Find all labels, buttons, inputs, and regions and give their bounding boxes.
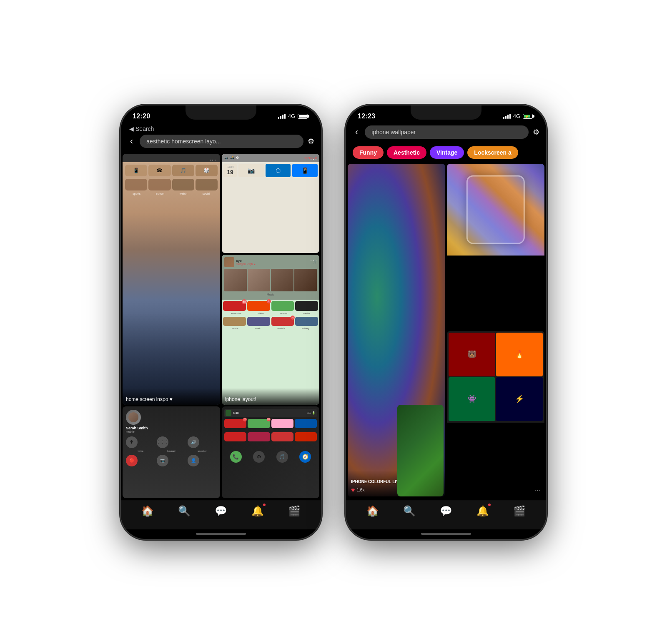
sticker-more-dots[interactable]: ··· [534,486,541,494]
nav-chat-2[interactable]: 💬 [440,505,452,517]
battery-bolt: ⚡ [525,115,529,118]
music-bg: ayo morgan leigh ● 🎵 [222,255,319,405]
nav-home-1[interactable]: 🏠 [141,505,154,517]
call-type: mobile [126,430,217,433]
tag-vintage[interactable]: Vintage [430,146,464,159]
notch-1 [186,105,256,120]
like-count-colorful: 1.6k [357,488,365,492]
wallpaper-marble[interactable] [447,164,544,329]
signal-bar-5 [503,117,504,119]
battery-body-2: ⚡ [523,114,533,119]
battery-tip-2 [533,115,534,118]
back-arrow-2[interactable]: ‹ [353,126,361,138]
home-indicator-2 [421,533,471,535]
tag-lockscreen[interactable]: Lockscreen a [467,146,518,159]
nav-video-1[interactable]: 🎬 [288,505,301,517]
pin-grid-1: 📱 ☎ 🎵 🎲 sportsschoolwatchsoci [121,152,321,406]
nav-search-2[interactable]: 🔍 [403,505,416,517]
nav-video-2[interactable]: 🎬 [513,505,526,517]
search-row-1: ‹ aesthetic homescreen layo... ⚙ [128,135,314,148]
pin-dots-april[interactable]: ··· [310,155,318,162]
marble-bg [447,164,544,256]
wallpaper-stickers[interactable]: 🐻 🔥 👾 ⚡ ··· [447,331,544,496]
screen-1: 12:20 4G [121,105,321,539]
pin-homescreen-inspo[interactable]: 📱 ☎ 🎵 🎲 sportsschoolwatchsoci [123,154,220,405]
wallpaper-row-2 [346,496,546,498]
home-indicator-1 [196,533,246,535]
sticker-bg: 🐻 🔥 👾 ⚡ [447,331,544,423]
network-type-1: 4G [288,113,295,119]
status-time-2: 12:23 [358,113,375,120]
filter-icon-2[interactable]: ⚙ [533,128,539,137]
call-bg: Sarah Smith mobile 🎙 ⋮⋮⋮ 🔊 voicekeypadsp… [123,406,220,498]
sticker-4: ⚡ [496,377,543,421]
battery-icon-1 [298,114,309,119]
filter-icon-1[interactable]: ⚙ [308,137,314,146]
pin-iphone-layout[interactable]: ayo morgan leigh ● 🎵 [222,255,319,405]
tags-row-2: Funny Aesthetic Vintage Lockscreen a [346,143,546,162]
sticker-1: 🐻 [449,333,495,376]
nav-home-2[interactable]: 🏠 [366,505,379,517]
call-name: Sarah Smith [126,426,217,430]
pin-call-screen[interactable]: Sarah Smith mobile 🎙 ⋮⋮⋮ 🔊 voicekeypadsp… [123,406,220,498]
bottom-nav-1: 🏠 🔍 💬 🔔 🎬 [121,500,321,529]
search-bar-1[interactable]: aesthetic homescreen layo... [140,135,303,148]
signal-bar-2 [280,116,281,119]
nav-chat-1[interactable]: 💬 [215,505,227,517]
homescreen-bg: 📱 ☎ 🎵 🎲 sportsschoolwatchsoci [123,162,220,405]
nav-dot-1 [263,504,266,506]
pin-more-layout[interactable]: 6:48 4G 🔋 31 209 [222,406,319,498]
search-header-2: ‹ iphone wallpaper ⚙ [346,124,546,143]
wallpaper-grid: IPHONE COLORFUL LIVE WALLPAPER ··· ♥ 1.6… [346,162,546,498]
tropical-bg [397,405,444,496]
status-icons-2: 4G ⚡ [503,113,534,119]
sticker-2: 🔥 [496,333,543,376]
signal-bars-1 [278,114,286,119]
phones-container: 12:20 4G [104,89,563,556]
back-label-1[interactable]: ◀ Search [128,125,314,132]
tag-aesthetic[interactable]: Aesthetic [387,146,426,159]
wallpaper-tropical[interactable] [397,405,444,496]
screen-2: 12:23 4G ⚡ [346,105,546,539]
status-time-1: 12:20 [133,113,150,120]
signal-bar-6 [505,116,507,119]
battery-tip-1 [308,115,309,118]
search-row-2: ‹ iphone wallpaper ⚙ [353,125,539,139]
pin-label-homescreen: home screen inspo ♥ [123,388,220,405]
signal-bar-7 [507,115,509,119]
pin-dots-iphone[interactable]: ··· [310,256,318,263]
search-text-2: iphone wallpaper [371,129,416,135]
phone-1: 12:20 4G [121,105,321,539]
search-header-1: ◀ Search ‹ aesthetic homescreen layo... … [121,124,321,152]
bottom-nav-2: 🏠 🔍 💬 🔔 🎬 [346,500,546,529]
tag-funny[interactable]: Funny [353,146,384,159]
back-arrow-1[interactable]: ‹ [128,135,135,148]
nav-notif-2[interactable]: 🔔 [476,505,489,517]
pin-label-iphone: iphone layout! [222,388,319,405]
battery-fill-2: ⚡ [524,115,530,118]
nav-notif-1[interactable]: 🔔 [251,505,264,517]
pin-dots-homescreen[interactable]: ··· [209,156,217,163]
status-icons-1: 4G [278,113,309,119]
notch-2 [411,105,481,120]
battery-body-1 [298,114,308,119]
battery-fill-1 [299,115,307,118]
nav-search-1[interactable]: 🔍 [178,505,191,517]
network-type-2: 4G [513,113,520,119]
phone-2: 12:23 4G ⚡ [346,105,546,539]
signal-bar-1 [278,117,279,119]
signal-bar-3 [282,115,283,119]
sticker-3: 👾 [449,377,495,421]
signal-bar-4 [284,114,286,119]
battery-icon-2: ⚡ [523,114,534,119]
signal-bars-2 [503,114,511,119]
signal-bar-8 [509,114,511,119]
nav-dot-2 [488,504,491,506]
pin-april-layout[interactable]: 📷📸⚙ APRIL 9 SUN 19 📷 ⬡ 📱 [222,154,319,253]
widgets-bg: 📷📸⚙ APRIL 9 SUN 19 📷 ⬡ 📱 [222,154,319,253]
phone-outline-graphic [466,175,525,244]
search-bar-2[interactable]: iphone wallpaper [365,125,529,139]
search-text-1: aesthetic homescreen layo... [146,138,221,145]
heart-icon-colorful[interactable]: ♥ [351,486,355,494]
